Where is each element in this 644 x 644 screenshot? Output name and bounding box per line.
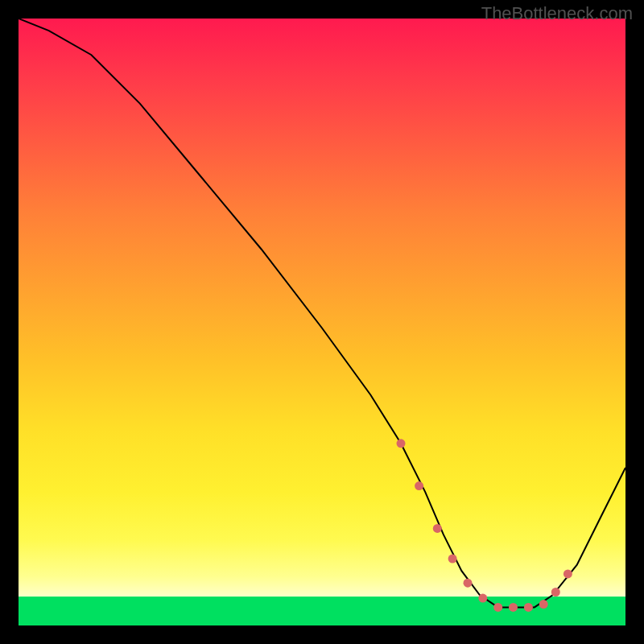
marker-dot [415,481,423,490]
marker-dot [397,439,406,448]
curve-line [19,19,625,607]
marker-dot [478,594,487,603]
marker-dot [524,603,533,612]
marker-dot [539,600,548,609]
chart-plot-area [19,19,625,625]
marker-dot [433,524,442,533]
highlight-markers [397,439,572,612]
chart-svg [19,19,625,625]
marker-dot [464,579,473,588]
marker-dot [551,588,560,597]
marker-dot [448,555,457,564]
marker-dot [564,569,572,578]
marker-dot [509,603,518,612]
watermark-text: TheBottleneck.com [481,3,633,24]
marker-dot [493,603,502,612]
